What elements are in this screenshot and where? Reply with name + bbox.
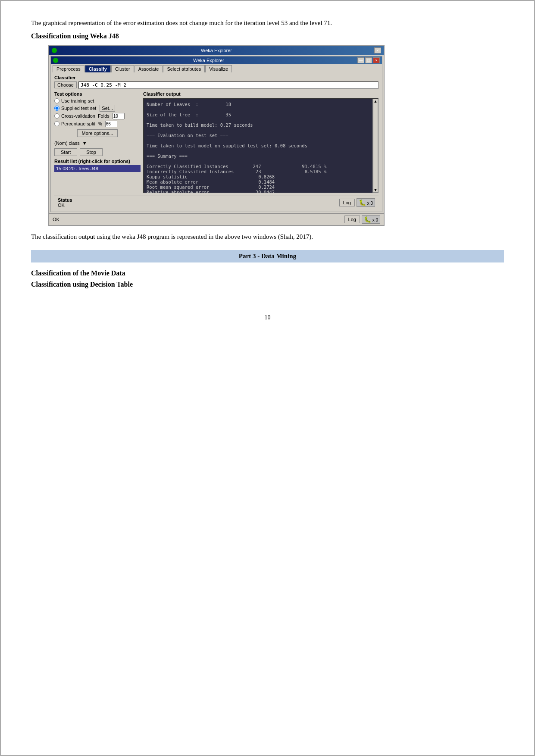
weka-main-content: Classifier Choose J48 -C 0.25 -M 2 Test … <box>51 72 382 212</box>
section1-heading: Classification using Weka J48 <box>31 32 504 40</box>
worm-icon-outer: 🐛 <box>364 216 371 223</box>
x0-indicator-outer: 🐛 x 0 <box>362 215 380 224</box>
left-panel: Test options Use training set Supplied t… <box>54 91 141 193</box>
post-paragraph: The classification output using the weka… <box>31 232 504 242</box>
x0-text-inner: x 0 <box>367 201 373 206</box>
weka-outer-window: Weka Explorer × Weka Explorer — □ × Prep… <box>48 45 385 226</box>
log-button-inner[interactable]: Log <box>339 199 355 206</box>
radio-cross-validation: Cross-validation Folds <box>54 113 141 119</box>
test-options-heading: Test options <box>54 91 141 97</box>
folds-label: Folds <box>98 113 110 119</box>
page-number: 10 <box>31 314 504 321</box>
tab-visualize[interactable]: Visualize <box>205 65 232 72</box>
radio-supplied-test-label: Supplied test set <box>61 106 96 111</box>
radio-cross-validation-input[interactable] <box>54 113 59 119</box>
part3-banner: Part 3 - Data Mining <box>31 250 504 262</box>
nom-class-label: (Nom) class <box>54 141 80 146</box>
log-button-outer[interactable]: Log <box>344 216 360 223</box>
radio-supplied-test: Supplied test set Set... <box>54 105 141 112</box>
status-label-text: Status <box>58 197 72 203</box>
section2-heading2: Classification using Decision Table <box>31 281 504 288</box>
weka-outer-close[interactable]: × <box>374 47 381 53</box>
radio-percentage-split-input[interactable] <box>54 121 59 126</box>
radio-supplied-test-input[interactable] <box>54 106 59 111</box>
worm-icon: 🐛 <box>359 199 366 206</box>
radio-percentage-split-label: Percentage split <box>61 121 95 126</box>
weka-logo-inner <box>53 58 58 63</box>
status-right: Log 🐛 x 0 <box>339 198 375 207</box>
x0-indicator-inner: 🐛 x 0 <box>357 198 375 207</box>
start-stop-row: Start Stop <box>54 148 141 156</box>
radio-percentage-split: Percentage split % <box>54 121 141 127</box>
right-panel: Classifier output Number of Leaves : 18 … <box>143 91 379 193</box>
classifier-row: Choose J48 -C 0.25 -M 2 <box>54 81 379 89</box>
tab-cluster[interactable]: Cluster <box>111 65 134 72</box>
status-label: Status OK <box>58 197 72 208</box>
status-ok-outer: OK <box>53 217 59 222</box>
radio-use-training-input[interactable] <box>54 98 59 103</box>
section2-heading1: Classification of the Movie Data <box>31 269 504 277</box>
x0-text-outer: x 0 <box>372 218 378 222</box>
stop-button[interactable]: Stop <box>80 148 103 156</box>
start-button[interactable]: Start <box>54 148 77 156</box>
weka-inner-title: Weka Explorer <box>60 58 357 63</box>
classifier-output-wrapper: Number of Leaves : 18 Size of the tree :… <box>143 98 379 193</box>
status-ok-text: OK <box>58 203 65 208</box>
classifier-name-box[interactable]: J48 -C 0.25 -M 2 <box>78 81 379 89</box>
status-right-outer: Log 🐛 x 0 <box>344 215 380 224</box>
nom-class-row: (Nom) class ▼ <box>54 141 141 146</box>
weka-logo-outer <box>52 48 57 53</box>
tab-select-attributes[interactable]: Select attributes <box>163 65 205 72</box>
tab-classify[interactable]: Classify <box>85 65 111 72</box>
result-list-item[interactable]: 15:08:20 - trees.J48 <box>54 165 141 172</box>
status-ok-outer-text: OK <box>53 217 59 222</box>
main-panels: Test options Use training set Supplied t… <box>54 91 379 193</box>
weka-inner-titlebar: Weka Explorer — □ × <box>51 56 382 64</box>
status-bar-inner: Status OK Log 🐛 x 0 <box>54 196 379 209</box>
folds-input[interactable] <box>113 113 125 119</box>
weka-inner-maximize[interactable]: □ <box>365 57 372 63</box>
radio-cross-validation-label: Cross-validation <box>61 113 95 119</box>
status-bar-outer: OK Log 🐛 x 0 <box>49 213 384 225</box>
radio-use-training: Use training set <box>54 98 141 103</box>
weka-outer-controls: × <box>374 47 381 53</box>
weka-outer-title: Weka Explorer <box>59 48 374 53</box>
weka-inner-controls: — □ × <box>357 57 380 63</box>
tab-preprocess[interactable]: Preprocess <box>53 65 84 72</box>
tab-associate[interactable]: Associate <box>135 65 163 72</box>
classifier-label: Classifier <box>54 75 379 80</box>
radio-use-training-label: Use training set <box>61 98 94 103</box>
weka-outer-titlebar: Weka Explorer × <box>49 46 384 55</box>
classifier-output-heading: Classifier output <box>143 91 379 97</box>
pct-label: % <box>98 121 102 126</box>
pct-input[interactable] <box>105 121 117 127</box>
weka-inner-window: Weka Explorer — □ × Preprocess Classify … <box>50 56 382 212</box>
weka-tabs-bar: Preprocess Classify Cluster Associate Se… <box>51 64 382 72</box>
weka-inner-minimize[interactable]: — <box>357 57 364 63</box>
result-list-heading: Result list (right-click for options) <box>54 159 141 164</box>
weka-inner-close[interactable]: × <box>373 57 380 63</box>
output-scrollbar[interactable]: ▲ ▼ <box>373 99 378 193</box>
set-button[interactable]: Set... <box>100 105 115 112</box>
nom-class-dropdown-icon: ▼ <box>82 141 87 146</box>
more-options-button[interactable]: More options... <box>77 129 118 137</box>
intro-paragraph: The graphical representation of the erro… <box>31 18 504 28</box>
classifier-output-box[interactable]: Number of Leaves : 18 Size of the tree :… <box>144 99 373 193</box>
choose-button[interactable]: Choose <box>54 81 77 88</box>
